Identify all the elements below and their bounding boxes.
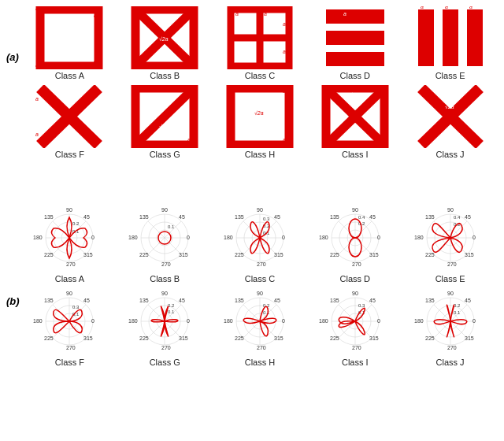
svg-text:0.2: 0.2 [72, 221, 80, 226]
svg-text:270: 270 [352, 345, 361, 350]
svg-text:225: 225 [235, 252, 244, 258]
svg-text:270: 270 [447, 345, 457, 350]
svg-text:225: 225 [425, 252, 435, 258]
svg-text:225: 225 [44, 335, 54, 341]
svg-text:0.2: 0.2 [168, 303, 175, 308]
svg-text:a: a [283, 137, 286, 143]
svg-text:135: 135 [44, 298, 54, 303]
svg-text:a: a [378, 13, 381, 19]
svg-text:270: 270 [352, 261, 361, 267]
polar-class-c: 90 270 180 0 135 45 225 315 0.3 0.2 0.1 … [222, 203, 298, 284]
polar-class-j-label: Class J [436, 358, 465, 367]
svg-text:45: 45 [369, 298, 376, 303]
svg-text:225: 225 [330, 335, 339, 341]
class-d-label: Class D [340, 71, 371, 80]
svg-text:90: 90 [447, 291, 454, 296]
page: (a) (b) a a a [0, 0, 504, 441]
polar-class-c-label: Class C [245, 274, 276, 284]
svg-text:a: a [343, 11, 346, 17]
shape-class-g: √2a a a Class G [129, 85, 200, 159]
svg-text:a: a [91, 139, 94, 144]
svg-text:0.1: 0.1 [454, 310, 461, 315]
svg-text:225: 225 [235, 335, 244, 341]
svg-text:225: 225 [139, 252, 149, 258]
svg-text:135: 135 [330, 298, 339, 303]
svg-text:45: 45 [274, 298, 280, 303]
svg-text:45: 45 [465, 298, 471, 303]
svg-text:0: 0 [472, 235, 476, 240]
svg-text:270: 270 [257, 261, 266, 267]
plot-row-2: 90 270 180 0 135 45 225 315 0.3 0.1 Clas… [22, 287, 498, 367]
svg-text:45: 45 [465, 214, 471, 220]
svg-text:180: 180 [128, 235, 138, 240]
svg-text:a: a [378, 35, 381, 41]
polar-class-h: 90 270 180 0 135 45 225 315 0.2 0.1 Clas… [222, 287, 298, 367]
svg-text:315: 315 [465, 252, 474, 258]
svg-text:270: 270 [66, 261, 76, 267]
svg-text:315: 315 [83, 252, 93, 258]
svg-text:315: 315 [369, 252, 379, 258]
polar-class-d: 90 270 180 0 135 45 225 315 0.4 0.2 Clas… [317, 203, 393, 284]
svg-text:0.3: 0.3 [358, 303, 365, 308]
svg-text:225: 225 [425, 335, 435, 341]
svg-line-44 [135, 88, 194, 145]
svg-text:135: 135 [235, 298, 244, 303]
svg-text:a: a [187, 57, 191, 65]
svg-text:90: 90 [66, 291, 72, 296]
polar-class-a-label: Class A [55, 274, 84, 284]
svg-text:0: 0 [91, 318, 94, 324]
section-a-label: (a) [6, 51, 19, 63]
svg-text:a: a [283, 21, 286, 27]
svg-text:270: 270 [161, 261, 171, 267]
svg-text:a: a [378, 57, 381, 62]
svg-text:√2a: √2a [254, 110, 264, 116]
svg-text:0: 0 [187, 235, 190, 240]
polar-class-j: 90 270 180 0 135 45 225 315 0.2 0.1 Clas… [413, 287, 488, 367]
shape-class-c: a a a a Class C [224, 6, 295, 80]
shape-class-f: a a a Class F [34, 85, 105, 159]
class-c-label: Class C [245, 71, 276, 80]
svg-rect-25 [326, 31, 384, 45]
svg-text:90: 90 [161, 291, 168, 296]
svg-text:√2a: √2a [159, 36, 169, 42]
svg-text:270: 270 [161, 345, 171, 350]
svg-text:√2a: √2a [159, 124, 169, 129]
svg-text:a: a [283, 88, 286, 94]
svg-text:0: 0 [187, 318, 190, 324]
svg-text:u: u [480, 33, 483, 39]
svg-text:45: 45 [274, 214, 280, 220]
svg-text:180: 180 [33, 235, 43, 240]
class-j-label: Class J [436, 150, 465, 159]
svg-text:0: 0 [377, 318, 380, 324]
svg-text:a: a [378, 137, 381, 143]
svg-text:a: a [264, 11, 267, 17]
shape-class-e: a a a u Class E [415, 6, 486, 80]
svg-text:0: 0 [282, 235, 285, 240]
svg-text:90: 90 [257, 291, 263, 296]
plots-section: 90 270 180 0 135 45 225 315 0.2 0.1 Clas… [22, 203, 498, 369]
svg-text:315: 315 [369, 335, 379, 341]
svg-text:a: a [187, 137, 191, 143]
svg-text:a: a [469, 6, 472, 9]
svg-text:0.1: 0.1 [263, 310, 270, 315]
svg-text:315: 315 [179, 335, 188, 341]
svg-text:135: 135 [330, 214, 339, 220]
svg-text:180: 180 [414, 318, 424, 324]
svg-text:90: 90 [447, 207, 454, 213]
svg-text:90: 90 [352, 291, 358, 296]
svg-text:0: 0 [472, 318, 476, 324]
svg-text:0.3: 0.3 [263, 217, 270, 221]
svg-text:135: 135 [139, 214, 149, 220]
class-i-label: Class I [342, 150, 369, 159]
svg-text:0.2: 0.2 [454, 303, 461, 308]
svg-text:225: 225 [330, 252, 339, 258]
polar-class-b-label: Class B [150, 274, 180, 284]
svg-text:90: 90 [257, 207, 263, 213]
shape-class-i: √2a a Class I [320, 85, 391, 159]
svg-text:135: 135 [425, 298, 435, 303]
class-f-label: Class F [55, 150, 84, 159]
svg-text:315: 315 [274, 252, 284, 258]
shapes-section: a a a Class A √2a a a [22, 6, 498, 161]
svg-text:a: a [187, 88, 191, 94]
svg-text:0.4: 0.4 [358, 215, 365, 220]
